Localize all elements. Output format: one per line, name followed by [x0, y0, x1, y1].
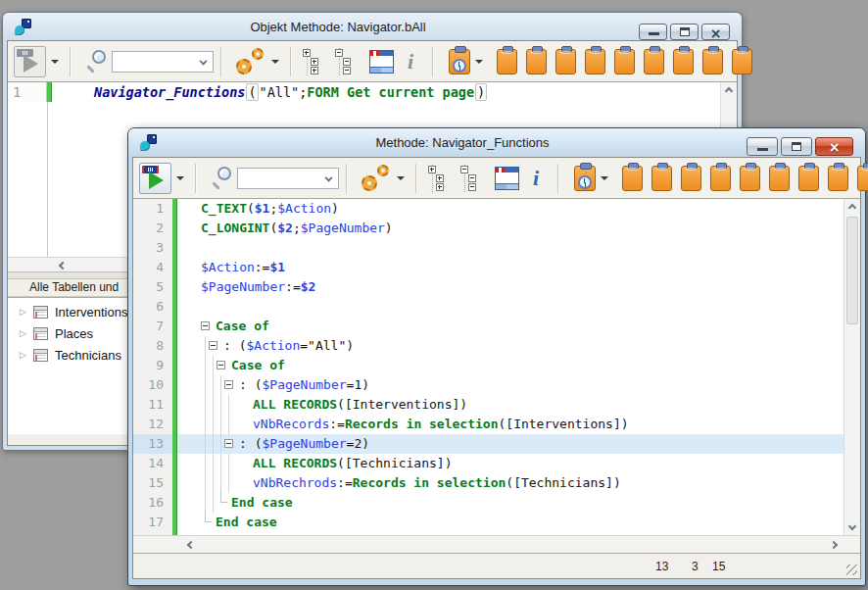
scroll-up-icon[interactable] [725, 87, 733, 95]
scroll-left-icon[interactable] [59, 262, 67, 270]
expand-all-icon[interactable] [432, 165, 454, 192]
fold-toggle-icon[interactable] [217, 361, 225, 369]
minimize-button[interactable] [639, 24, 667, 40]
clipboard-icon[interactable] [798, 166, 819, 191]
search-combobox[interactable] [237, 168, 339, 189]
separator [70, 47, 72, 76]
play-icon [24, 55, 38, 73]
code-line[interactable]: 9Case of [133, 356, 844, 375]
collapse-all-icon[interactable] [339, 48, 361, 75]
collapse-all-icon[interactable] [464, 165, 486, 192]
expand-triangle-icon[interactable]: ▷ [20, 307, 33, 317]
back-titlebar[interactable]: Objekt Methode: Navigator.bAll × [3, 13, 742, 41]
code-line[interactable]: 7Case of [133, 317, 844, 336]
fold-toggle-icon[interactable] [209, 341, 217, 350]
status-line-number: 13 [655, 560, 668, 573]
horizontal-scrollbar[interactable] [133, 535, 860, 553]
code-line[interactable]: 1Navigator_Functions("All";FORM Get curr… [8, 82, 720, 102]
settings-gears-icon[interactable] [235, 47, 266, 76]
code-line[interactable]: 15vNbRechrods:=Records in selection([Tec… [133, 473, 844, 493]
clipboard-icon[interactable] [555, 49, 576, 74]
scroll-up-icon[interactable] [848, 204, 856, 212]
settings-gears-icon[interactable] [361, 164, 392, 193]
clipboard-icon[interactable] [828, 166, 848, 191]
clipboard-icon[interactable] [740, 166, 760, 191]
macros-clipboard-icon[interactable] [449, 49, 470, 74]
search-input[interactable] [240, 170, 318, 187]
line-body: : ($PageNumber=1) [177, 375, 844, 395]
clipboard-icon[interactable] [614, 49, 635, 74]
fold-toggle-icon[interactable] [224, 439, 233, 448]
code-line[interactable]: 4$Action:=$1 [133, 258, 844, 277]
code-line[interactable]: 6 [133, 297, 844, 317]
chevron-down-icon[interactable] [200, 57, 208, 65]
close-icon: × [702, 25, 729, 39]
front-titlebar[interactable]: Methode: Navigator_Functions × [128, 128, 865, 157]
clipboard-icon[interactable] [497, 49, 517, 74]
clipboard-icon[interactable] [857, 166, 868, 191]
scroll-left-icon[interactable] [187, 541, 195, 549]
code-line[interactable]: 13: ($PageNumber=2) [133, 434, 844, 454]
clipboard-icon[interactable] [526, 49, 547, 74]
search-combobox[interactable] [112, 51, 214, 73]
indent-guide [205, 434, 206, 454]
clipboard-icon[interactable] [622, 166, 643, 191]
fold-toggle-icon[interactable] [201, 321, 210, 330]
line-body: : ($Action="All") [177, 336, 844, 356]
scrollbar-thumb[interactable] [846, 217, 858, 324]
clipboard-icon[interactable] [644, 49, 664, 74]
scroll-down-icon[interactable] [848, 522, 856, 530]
clipboard-icon[interactable] [702, 49, 723, 74]
settings-dropdown-arrow[interactable] [271, 60, 279, 64]
code-line[interactable]: 5$PageNumber:=$2 [133, 277, 844, 297]
chevron-down-icon[interactable] [325, 173, 333, 181]
form-preview-icon[interactable] [369, 50, 394, 74]
line-body [177, 297, 844, 317]
search-input[interactable] [115, 53, 193, 71]
close-button[interactable]: × [815, 137, 853, 156]
code-line[interactable]: 10: ($PageNumber=1) [133, 375, 844, 395]
indent-guide [205, 395, 206, 415]
macros-dropdown-arrow[interactable] [601, 176, 608, 180]
code-line[interactable]: 12vNbRecords:=Records in selection([Inte… [133, 415, 844, 434]
clipboard-icon[interactable] [651, 166, 672, 191]
info-icon[interactable]: i [408, 48, 417, 75]
settings-dropdown-arrow[interactable] [397, 176, 405, 180]
clipboard-icon[interactable] [732, 49, 752, 74]
vertical-scrollbar[interactable] [844, 199, 860, 535]
fold-toggle-icon[interactable] [224, 380, 233, 389]
scroll-right-icon[interactable] [830, 541, 838, 549]
code-line[interactable]: 16End case [133, 493, 844, 513]
code-line[interactable]: 8: ($Action="All") [133, 336, 844, 356]
code-line[interactable]: 17End case [133, 513, 844, 532]
form-preview-icon[interactable] [495, 167, 519, 190]
clipboard-icon[interactable] [769, 166, 790, 191]
expand-all-icon[interactable] [307, 48, 328, 75]
expand-triangle-icon[interactable]: ▷ [20, 328, 33, 338]
code-line[interactable]: 11ALL RECORDS([Interventions]) [133, 395, 844, 415]
clipboard-icon[interactable] [710, 166, 731, 191]
front-code-editor[interactable]: 1C_TEXT($1;$Action)2C_LONGINT($2;$PageNu… [133, 199, 860, 535]
close-button[interactable]: × [701, 24, 730, 40]
minimize-icon [757, 148, 768, 151]
maximize-button[interactable] [670, 24, 699, 40]
token-tbl: [Interventions] [506, 417, 620, 431]
run-dropdown-arrow[interactable] [176, 176, 184, 180]
run-dropdown-arrow[interactable] [51, 60, 59, 64]
code-line[interactable]: 14ALL RECORDS([Technicians]) [133, 454, 844, 473]
maximize-button[interactable] [781, 137, 812, 156]
minimize-button[interactable] [747, 137, 778, 156]
run-method-button[interactable] [139, 163, 171, 194]
clipboard-icon[interactable] [681, 166, 701, 191]
code-line[interactable]: 1C_TEXT($1;$Action) [133, 199, 844, 219]
resize-grip-icon[interactable] [846, 565, 857, 575]
run-method-button[interactable] [14, 46, 46, 77]
expand-triangle-icon[interactable]: ▷ [20, 350, 33, 360]
clipboard-icon[interactable] [585, 49, 605, 74]
code-line[interactable]: 3 [133, 238, 844, 258]
info-icon[interactable]: i [533, 165, 543, 192]
macros-dropdown-arrow[interactable] [475, 60, 483, 64]
code-line[interactable]: 2C_LONGINT($2;$PageNumber) [133, 219, 844, 238]
clipboard-icon[interactable] [673, 49, 694, 74]
macros-clipboard-icon[interactable] [574, 166, 596, 191]
